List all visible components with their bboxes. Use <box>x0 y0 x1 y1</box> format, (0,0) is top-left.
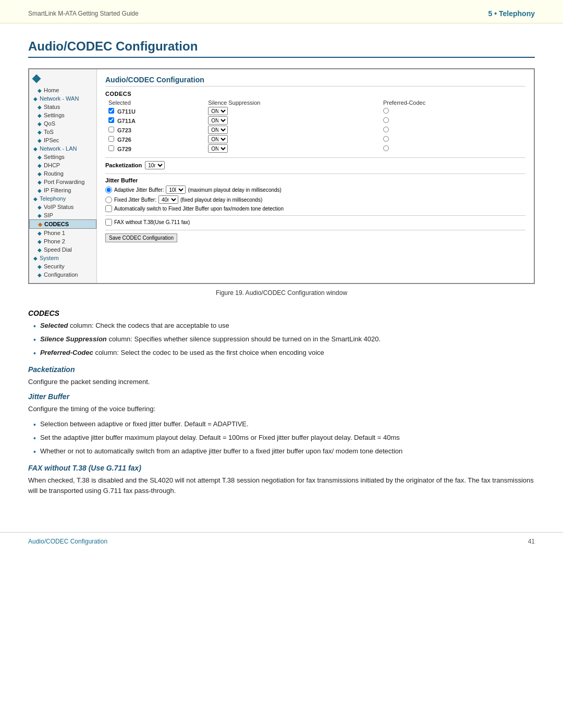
screenshot-box: ◆ Home ◆ Network - WAN ◆ Status ◆ Settin… <box>28 68 535 284</box>
sidebar-item-telephony[interactable]: ◆ Telephony <box>29 194 96 203</box>
codec-silence-select[interactable]: ON OFF <box>208 135 228 143</box>
codec-name: G711U <box>117 108 136 115</box>
sidebar-item-speed-dial[interactable]: ◆ Speed Dial <box>29 245 96 254</box>
codec-preferred-radio[interactable] <box>383 127 389 132</box>
sidebar-logo <box>29 73 96 86</box>
bullet-icon: ◆ <box>38 88 42 93</box>
codec-preferred-radio[interactable] <box>383 145 389 151</box>
sidebar-item-network-lan[interactable]: ◆ Network - LAN <box>29 144 96 153</box>
codecs-heading: CODECS <box>28 309 535 317</box>
sidebar-item-configuration[interactable]: ◆ Configuration <box>29 270 96 279</box>
page-footer: Audio/CODEC Configuration 41 <box>0 532 563 550</box>
bullet-icon: ◆ <box>38 272 42 278</box>
codec-silence-cell: ON OFF <box>205 116 380 125</box>
bullet-icon: ◆ <box>38 179 42 185</box>
codec-silence-select[interactable]: ON OFF <box>208 144 228 153</box>
sidebar-item-network-wan[interactable]: ◆ Network - WAN <box>29 94 96 103</box>
fax-text: When checked, T.38 is disabled and the S… <box>28 475 535 496</box>
adaptive-select[interactable]: 100ms 200ms <box>166 186 186 194</box>
main-panel-title: Audio/CODEC Configuration <box>105 76 525 87</box>
adaptive-suffix: (maximum playout delay in milliseconds) <box>188 187 282 193</box>
codec-checkbox[interactable] <box>108 145 114 151</box>
sidebar-label: Home <box>44 87 59 93</box>
fixed-radio[interactable] <box>105 196 112 203</box>
sidebar-item-qos[interactable]: ◆ QoS <box>29 119 96 128</box>
codec-name: G726 <box>117 137 131 143</box>
sidebar-item-settings-wan[interactable]: ◆ Settings <box>29 111 96 119</box>
jitter-heading: Jitter Buffer <box>28 392 535 401</box>
codec-preferred-radio[interactable] <box>383 108 389 114</box>
sidebar-item-home[interactable]: ◆ Home <box>29 86 96 94</box>
page-header: SmartLink M-ATA Getting Started Guide 5 … <box>0 0 563 23</box>
sidebar-item-security[interactable]: ◆ Security <box>29 262 96 270</box>
codec-silence-select[interactable]: ON OFF <box>208 107 228 115</box>
jitter-bullet-list: Selection between adaptive or fixed jitt… <box>28 419 535 458</box>
sidebar-item-phone2[interactable]: ◆ Phone 2 <box>29 237 96 245</box>
sidebar-item-status[interactable]: ◆ Status <box>29 103 96 111</box>
sidebar-label: Network - LAN <box>40 145 77 152</box>
bullet-icon: ◆ <box>38 129 42 135</box>
sidebar-label: Port Forwarding <box>44 179 84 185</box>
bullet-icon: ◆ <box>38 138 42 143</box>
jitter-fixed-row: Fixed Jitter Buffer: 40ms 60ms (fixed pl… <box>105 195 525 204</box>
sidebar-item-system[interactable]: ◆ System <box>29 254 96 262</box>
adaptive-radio[interactable] <box>105 187 112 193</box>
codec-checkbox[interactable] <box>108 108 114 114</box>
page-body: Audio/CODEC Configuration ◆ Home ◆ Netwo… <box>0 23 563 522</box>
main-panel: Audio/CODEC Configuration CODECS Selecte… <box>97 69 534 283</box>
codec-checkbox[interactable] <box>108 117 114 123</box>
codec-selected-cell: G711A <box>105 116 205 125</box>
bullet-icon: ◆ <box>38 264 42 269</box>
codecs-label: CODECS <box>105 91 525 97</box>
footer-right: 41 <box>528 538 535 545</box>
sidebar-label: Telephony <box>40 195 66 202</box>
bullet-icon: ◆ <box>33 196 38 202</box>
codec-checkbox[interactable] <box>108 136 114 142</box>
sidebar-item-voip-status[interactable]: ◆ VoIP Status <box>29 203 96 211</box>
codec-selected-cell: G723 <box>105 125 205 134</box>
fixed-select[interactable]: 40ms 60ms <box>158 195 178 204</box>
sidebar-item-settings-lan[interactable]: ◆ Settings <box>29 153 96 161</box>
codec-row: G723 ON OFF <box>105 125 525 134</box>
codec-preferred-radio[interactable] <box>383 117 389 123</box>
sidebar-label: Status <box>44 104 60 110</box>
codec-silence-cell: ON OFF <box>205 106 380 116</box>
codec-preferred-radio[interactable] <box>383 136 389 142</box>
sidebar-item-codecs[interactable]: ◆ CODECS <box>29 219 96 229</box>
codec-silence-cell: ON OFF <box>205 144 380 153</box>
sidebar-item-phone1[interactable]: ◆ Phone 1 <box>29 229 96 237</box>
bullet-term: Preferred-Codec <box>40 349 93 356</box>
sidebar-item-sip[interactable]: ◆ SIP <box>29 211 96 219</box>
sidebar-label: IP Filtering <box>44 187 71 193</box>
sidebar-label: Settings <box>44 154 65 160</box>
sidebar-item-port-forwarding[interactable]: ◆ Port Forwarding <box>29 178 96 186</box>
codec-selected-cell: G711U <box>105 106 205 116</box>
codecs-bullet-list: Selected column: Check the codecs that a… <box>28 320 535 359</box>
codec-checkbox[interactable] <box>108 127 114 132</box>
packetization-row: Packetization 10ms 20ms 30ms <box>105 161 525 169</box>
sidebar-item-routing[interactable]: ◆ Routing <box>29 169 96 178</box>
codec-silence-select[interactable]: ON OFF <box>208 126 228 134</box>
bullet-text: column: Specifies whether silence suppre… <box>107 335 381 343</box>
auto-switch-checkbox[interactable] <box>105 205 112 212</box>
save-button[interactable]: Save CODEC Configuration <box>105 233 177 242</box>
packetization-text: Configure the packet sending increment. <box>28 377 535 387</box>
sidebar-label: Routing <box>44 170 64 177</box>
sidebar-item-dhcp[interactable]: ◆ DHCP <box>29 161 96 169</box>
fax-checkbox[interactable] <box>105 219 112 226</box>
sidebar-label: CODECS <box>44 221 69 227</box>
sidebar-item-ip-filtering[interactable]: ◆ IP Filtering <box>29 186 96 194</box>
bullet-icon: ◆ <box>38 247 42 253</box>
bullet-icon: ◆ <box>38 104 42 110</box>
packetization-select[interactable]: 10ms 20ms 30ms <box>145 161 165 169</box>
sidebar-label: QoS <box>44 120 55 127</box>
sidebar-item-tos[interactable]: ◆ ToS <box>29 128 96 136</box>
codec-row: G711A ON OFF <box>105 116 525 125</box>
codec-selected-cell: G729 <box>105 144 205 153</box>
codec-row: G711U ON OFF <box>105 106 525 116</box>
sidebar-item-ipsec[interactable]: ◆ IPSec <box>29 136 96 144</box>
sidebar-label: Phone 2 <box>44 238 65 244</box>
col-selected: Selected <box>105 99 205 106</box>
bullet-icon: ◆ <box>33 146 38 152</box>
codec-silence-select[interactable]: ON OFF <box>208 116 228 125</box>
